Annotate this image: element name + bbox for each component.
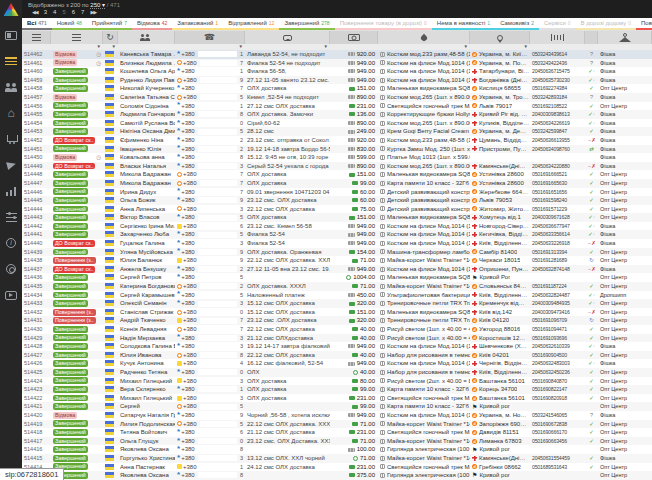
tab-В дорозі додому[interactable]: В дорозі додому0 xyxy=(576,18,636,30)
table-row[interactable]: 514423ЗавершенийВера Скляренко*+3801ОЛХ … xyxy=(22,385,652,394)
tab-Відмова[interactable]: Відмова42 xyxy=(132,18,172,30)
column-header-comment[interactable] xyxy=(245,31,330,44)
table-row[interactable]: 514418ЗавершенийТетяна Войтович*+380621.… xyxy=(22,428,652,437)
table-row[interactable]: 514460ЗавершенийКошелева Ольга Ар…*+3801… xyxy=(22,67,652,76)
column-header-delivery-state[interactable] xyxy=(585,31,598,44)
table-row[interactable]: 514431Повернення (з..Андрій Ткаченко+380… xyxy=(22,316,652,325)
table-row[interactable]: 514422ЗавершенийМихаил Гилецький+3803ОЛХ… xyxy=(22,394,652,403)
table-row[interactable]: 514458ЗавершенийНиколай Кучеренко*+3807О… xyxy=(22,84,652,93)
table-row[interactable]: 514440ДО Возврат ск..Гуцалюк Галина*+380… xyxy=(22,239,652,248)
table-row[interactable]: 514448ЗавершенийМикола Бадражан+3807ОЛХ … xyxy=(22,170,652,179)
tab-Завершений[interactable]: Завершений278 xyxy=(279,18,334,30)
table-row[interactable]: 514433ЗавершенийОлексій Семанін*+380315.… xyxy=(22,299,652,308)
tab-Прийнятий[interactable]: Прийнятий7 xyxy=(87,18,132,30)
product-cell: Костюм на флисе Мод.1014 (1ш… xyxy=(378,411,470,420)
table-row[interactable]: 514445ЗавершенийОльга Божик*+380923.12 с… xyxy=(22,196,652,205)
delivery-state-cell: ✓ xyxy=(585,342,598,351)
table-row[interactable]: 514429ЗавершенийНадія Мерзаева*+380321.1… xyxy=(22,334,652,343)
tab-Повернення товару (в дорозі)[interactable]: Повернення товару (в дорозі)0 xyxy=(335,18,432,30)
tab-Всі[interactable]: Всі471 xyxy=(22,18,52,30)
column-header-customer[interactable] xyxy=(118,31,175,44)
table-row[interactable]: 514444ЗавершенийАнна Липенська+380322.12… xyxy=(22,205,652,214)
table-row[interactable]: 514424ЗавершенийМихаил Гилецький+3803ОЛХ… xyxy=(22,377,652,386)
table-row[interactable]: 514428ЗавершенийСолодкова Галина В…*+380… xyxy=(22,342,652,351)
table-row[interactable]: 514459ЗавершенийРуденко Лидия Пав…+38092… xyxy=(22,76,652,85)
table-row[interactable]: 514457ВідмоваСалегіна Татьяна С…+3805Кем… xyxy=(22,93,652,102)
table-row[interactable]: 514415ЗавершенийГоргулько Христина…*+380… xyxy=(22,454,652,463)
column-header-address[interactable] xyxy=(470,31,530,44)
table-row[interactable]: 514453ЗавершенийНікітіна Оксана Дми…*+38… xyxy=(22,127,652,136)
column-header-products[interactable] xyxy=(378,31,470,44)
product-icon xyxy=(380,456,385,461)
table-row[interactable]: 514456ЗавершенийСоломія Сідоніна*+380127… xyxy=(22,102,652,111)
status-badge: Завершений xyxy=(53,292,88,299)
page-button-3[interactable]: 3 xyxy=(44,9,47,15)
table-row[interactable]: 514413ЗавершенийЯковлева Оксана*+3808375… xyxy=(22,471,652,480)
sidebar-item-warehouse[interactable]: ⌂ xyxy=(0,100,22,126)
table-row[interactable]: 514430ЗавершенийКсенія Левадняя+380722.1… xyxy=(22,325,652,334)
last-page-button[interactable]: ▶▶ xyxy=(90,9,96,15)
sidebar-item-video[interactable] xyxy=(0,282,22,308)
page-button-4[interactable]: 4 xyxy=(53,9,56,15)
table-row[interactable]: 514451ЗавершенийІващенко Юлія*+380219.12… xyxy=(22,145,652,154)
column-header-tracking[interactable] xyxy=(530,31,585,44)
column-header-status[interactable] xyxy=(51,31,103,44)
sidebar-item-orders-list[interactable] xyxy=(0,48,22,74)
table-row[interactable]: 514441ЗавершенийЗахарченко Люба*+3805Фиа… xyxy=(22,230,652,239)
table-row[interactable]: 514461Відмова◷Близнюк Людмила …+3807Фиал… xyxy=(22,59,652,68)
sidebar-item-sliders[interactable] xyxy=(0,204,22,230)
column-header-shop[interactable] xyxy=(598,31,652,44)
table-row[interactable]: 514452ДО Возврат ск..Єфименко Ніна*+3802… xyxy=(22,136,652,145)
page-size-dropdown[interactable]: 250 ▾ xyxy=(90,2,105,9)
tab-Повернення[interactable]: Повернення xyxy=(636,18,652,30)
page-button-6[interactable]: 6 xyxy=(72,9,75,15)
table-row[interactable]: 514446ЗавершенийИрина Дидух*+380709.01 з… xyxy=(22,188,652,197)
sidebar-item-stats[interactable] xyxy=(0,178,22,204)
table-row[interactable]: 514438Повернення (з..Юлия Баланюк+380922… xyxy=(22,256,652,265)
table-row[interactable]: 514439ЗавершенийУляна Мусійовська*+3809О… xyxy=(22,248,652,257)
column-header-phone[interactable]: ☎ xyxy=(175,31,245,44)
address-cell: Опришени, Пун… xyxy=(470,265,530,274)
tab-Нема в наявності[interactable]: Нема в наявності1 xyxy=(432,18,495,30)
table-row[interactable]: 514455ЗавершенийЛюдмила Гончарова*+3808О… xyxy=(22,110,652,119)
tab-Сервіси[interactable]: Сервіси0 xyxy=(539,18,576,30)
sidebar-item-cart[interactable] xyxy=(0,126,22,152)
table-row[interactable]: 514416ЗавершенийЯковлева Оксана*+3808100… xyxy=(22,445,652,454)
tab-Новий[interactable]: Новий48 xyxy=(52,18,87,30)
table-row[interactable]: 514435ЗавершенийКатерина Богданова+3802О… xyxy=(22,282,652,291)
column-header-id[interactable] xyxy=(22,31,51,44)
sidebar-item-send[interactable] xyxy=(0,152,22,178)
table-row[interactable]: 514426ЗавершенийКучук Антонина+380416.12… xyxy=(22,359,652,368)
tracking-number: 20450631554459 xyxy=(530,454,585,463)
table-row[interactable]: 514425ЗавершенийРадченко Тетяна*+3800ОЛХ… xyxy=(22,368,652,377)
table-row[interactable]: 514419ЗавершенийЛилия Подолинская+380522… xyxy=(22,420,652,429)
tab-Відправлений[interactable]: Відправлений12 xyxy=(223,18,279,30)
table-row[interactable]: 514450Відмова◷Ковальова анна*+380815.12.… xyxy=(22,153,652,162)
sidebar-item-info[interactable]: i xyxy=(0,230,22,256)
table-row[interactable]: 514417ЗавершенийОльга Глущук*+380023.12 … xyxy=(22,437,652,446)
column-header-total[interactable] xyxy=(330,31,378,44)
table-row[interactable]: 514437ДО Возврат ск..Анжела Безушку*+380… xyxy=(22,265,652,274)
table-row[interactable]: 514427ЗавершенийЮлия Иванова+380822.12 с… xyxy=(22,351,652,360)
column-header-country[interactable]: ↻ xyxy=(103,31,118,44)
sidebar-item-dashboard-card[interactable] xyxy=(0,22,22,48)
table-row[interactable]: 514434ЗавершенийСергей Карамышев*+3805На… xyxy=(22,291,652,300)
sidebar-item-customers[interactable] xyxy=(0,74,22,100)
table-row[interactable]: 514420ВідмоваСитарчук Наталія Гр…*+3809Ч… xyxy=(22,411,652,420)
first-page-button[interactable]: ◀◀ xyxy=(32,9,38,15)
table-row[interactable]: 514447ЗавершенийМикола Бадражан+3807ОЛХ … xyxy=(22,179,652,188)
table-row[interactable]: 514432Повернення (з..Станіслав Стрижак+3… xyxy=(22,308,652,317)
table-row[interactable]: 514436ЗавершенийСергей Петров*+38051004.… xyxy=(22,273,652,282)
tab-Самовивіз[interactable]: Самовивіз2 xyxy=(495,18,539,30)
page-button-7[interactable]: 7 xyxy=(81,9,84,15)
table-row[interactable]: 514421ЗавершенийСергей+380599.00Карта па… xyxy=(22,402,652,411)
table-row[interactable]: 514443ЗавершенийВіктор Власов*+3805ОЛХ д… xyxy=(22,213,652,222)
tab-Запакований[interactable]: Запакований1 xyxy=(172,18,223,30)
table-row[interactable]: 514454ЗавершенийСамотій Руслана Во…*+380… xyxy=(22,119,652,128)
page-button-5[interactable]: 5 xyxy=(62,9,65,15)
sidebar-item-support[interactable] xyxy=(0,256,22,282)
table-row[interactable]: 514449ДО Возврат ск..Власюк Наталья*+380… xyxy=(22,162,652,171)
table-row[interactable]: 514414ЗавершенийАнна Пастернак+380124.12… xyxy=(22,463,652,472)
table-row[interactable]: 514442ЗавершенийСергієнко Ірина Ми…+3806… xyxy=(22,222,652,231)
table-row[interactable]: 514462Відмова◷Каневська Тамара …*+3801Ла… xyxy=(22,50,652,59)
